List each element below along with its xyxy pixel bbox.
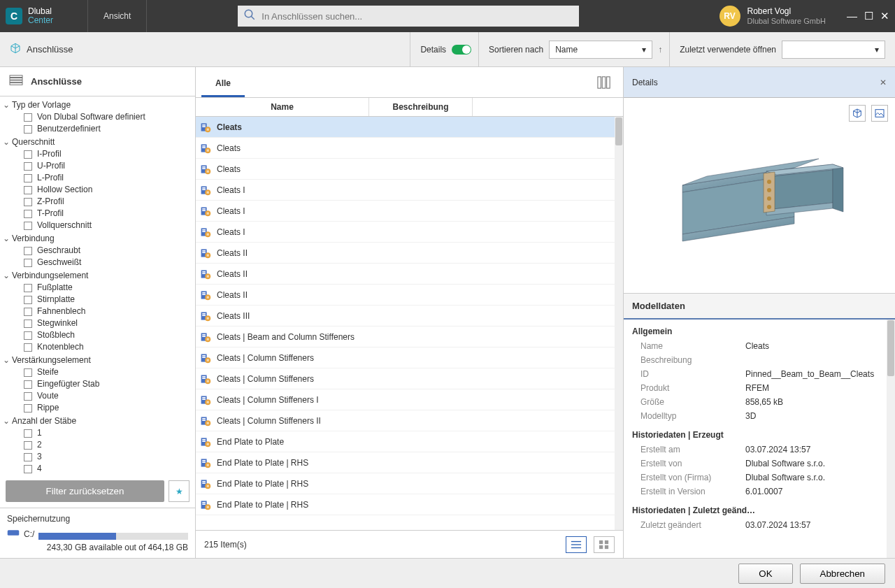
- tree-item[interactable]: Von Dlubal Software definiert: [3, 111, 189, 123]
- tree-item[interactable]: I-Profil: [3, 148, 189, 160]
- table-row[interactable]: Cleats III: [196, 306, 623, 327]
- table-row[interactable]: Cleats II: [196, 285, 623, 306]
- tree-item[interactable]: Benutzerdefiniert: [3, 123, 189, 135]
- checkbox[interactable]: [24, 113, 32, 122]
- tree-item[interactable]: Voute: [3, 390, 189, 402]
- col-name[interactable]: Name: [196, 98, 369, 116]
- table-row[interactable]: Cleats | Column Stiffeners II: [196, 410, 623, 431]
- checkbox[interactable]: [24, 308, 32, 316]
- tree-item[interactable]: Eingefügter Stab: [3, 378, 189, 390]
- table-row[interactable]: Cleats I: [196, 201, 623, 222]
- checkbox[interactable]: [24, 125, 32, 134]
- checkbox[interactable]: [24, 343, 32, 352]
- tree-item[interactable]: 1: [3, 427, 189, 439]
- table-row[interactable]: End Plate to Plate | RHS: [196, 473, 623, 494]
- checkbox[interactable]: [24, 465, 32, 473]
- tree-group-label[interactable]: ⌄Verbindungselement: [3, 270, 189, 282]
- checkbox[interactable]: [24, 162, 32, 171]
- tree-item[interactable]: Fußplatte: [3, 282, 189, 294]
- table-row[interactable]: Cleats II: [196, 243, 623, 264]
- tree-group-label[interactable]: ⌄Verbindung: [3, 233, 189, 245]
- checkbox[interactable]: [24, 320, 32, 328]
- table-row[interactable]: Cleats | Column Stiffeners: [196, 347, 623, 368]
- tree-item[interactable]: Stirnplatte: [3, 294, 189, 306]
- table-row[interactable]: Cleats: [196, 138, 623, 159]
- table-row[interactable]: Cleats I: [196, 222, 623, 243]
- search-input[interactable]: [262, 11, 573, 22]
- recent-select[interactable]: ▾: [782, 41, 885, 59]
- close-details-icon[interactable]: ✕: [880, 78, 887, 87]
- tree-item[interactable]: Stoßblech: [3, 329, 189, 341]
- search-box[interactable]: [238, 6, 579, 27]
- view-3d-button[interactable]: [849, 105, 866, 122]
- checkbox[interactable]: [24, 296, 32, 304]
- table-row[interactable]: End Plate to Plate | RHS: [196, 452, 623, 473]
- checkbox[interactable]: [24, 368, 32, 377]
- maximize-icon[interactable]: ☐: [864, 10, 873, 22]
- tree-group-label[interactable]: ⌄Anzahl der Stäbe: [3, 415, 189, 427]
- checkbox[interactable]: [24, 441, 32, 450]
- item-list[interactable]: CleatsCleatsCleatsCleats ICleats ICleats…: [196, 117, 623, 530]
- checkbox[interactable]: [24, 247, 32, 255]
- tree-item[interactable]: L-Profil: [3, 172, 189, 184]
- tree-group-label[interactable]: ⌄Verstärkungselement: [3, 354, 189, 366]
- tree-group-label[interactable]: ⌄Querschnitt: [3, 136, 189, 148]
- scrollbar[interactable]: [615, 117, 623, 530]
- view-menu[interactable]: Ansicht: [88, 0, 147, 32]
- tree-item[interactable]: Knotenblech: [3, 341, 189, 353]
- checkbox[interactable]: [24, 210, 32, 218]
- user-block[interactable]: RV Robert Vogl Dlubal Software GmbH — ☐ …: [719, 6, 896, 27]
- table-row[interactable]: Cleats | Beam and Column Stiffeners: [196, 327, 623, 347]
- grid-view-button[interactable]: [594, 536, 615, 553]
- checkbox[interactable]: [24, 453, 32, 461]
- sort-direction-icon[interactable]: ↑: [658, 45, 662, 55]
- checkbox[interactable]: [24, 150, 32, 159]
- tab-all[interactable]: Alle: [201, 70, 245, 97]
- table-row[interactable]: Cleats I: [196, 180, 623, 201]
- scrollbar[interactable]: [887, 320, 895, 558]
- checkbox[interactable]: [24, 198, 32, 206]
- tree-item[interactable]: Hollow Section: [3, 184, 189, 196]
- table-row[interactable]: End Plate to Plate | RHS: [196, 494, 623, 515]
- column-config-icon[interactable]: [591, 70, 617, 97]
- checkbox[interactable]: [24, 331, 32, 340]
- tree-item[interactable]: 3: [3, 451, 189, 463]
- tree-item[interactable]: 2: [3, 439, 189, 451]
- col-desc[interactable]: Beschreibung: [369, 98, 473, 116]
- table-row[interactable]: Cleats II: [196, 264, 623, 285]
- table-row[interactable]: End Plate to Plate: [196, 431, 623, 452]
- checkbox[interactable]: [24, 222, 32, 230]
- cancel-button[interactable]: Abbrechen: [800, 564, 885, 584]
- minimize-icon[interactable]: —: [847, 10, 857, 22]
- close-icon[interactable]: ✕: [880, 10, 889, 22]
- table-row[interactable]: Cleats: [196, 117, 623, 138]
- tree-group-label[interactable]: ⌄Typ der Vorlage: [3, 99, 189, 111]
- favorite-button[interactable]: ★: [169, 480, 189, 502]
- tree-item[interactable]: T-Profil: [3, 208, 189, 220]
- tree-item[interactable]: Steife: [3, 366, 189, 378]
- reset-filter-button[interactable]: Filter zurücksetzen: [6, 480, 164, 502]
- checkbox[interactable]: [24, 429, 32, 438]
- tree-item[interactable]: 4: [3, 463, 189, 475]
- tree-item[interactable]: Geschraubt: [3, 245, 189, 257]
- checkbox[interactable]: [24, 404, 32, 413]
- sort-select[interactable]: Name ▾: [549, 41, 652, 59]
- table-row[interactable]: Cleats: [196, 159, 623, 180]
- checkbox[interactable]: [24, 284, 32, 292]
- preview-pane[interactable]: [624, 98, 895, 294]
- checkbox[interactable]: [24, 392, 32, 401]
- table-row[interactable]: Cleats | Column Stiffeners I: [196, 389, 623, 410]
- checkbox[interactable]: [24, 174, 32, 182]
- checkbox[interactable]: [24, 186, 32, 194]
- tree-item[interactable]: Geschweißt: [3, 257, 189, 268]
- checkbox[interactable]: [24, 380, 32, 389]
- tree-item[interactable]: Fahnenblech: [3, 306, 189, 317]
- table-row[interactable]: Cleats | Column Stiffeners: [196, 368, 623, 389]
- list-view-button[interactable]: [566, 536, 587, 553]
- tree-item[interactable]: Stegwinkel: [3, 317, 189, 329]
- details-toggle[interactable]: [452, 45, 471, 55]
- tree-item[interactable]: Rippe: [3, 402, 189, 414]
- tree-item[interactable]: Vollquerschnitt: [3, 220, 189, 231]
- ok-button[interactable]: OK: [738, 564, 792, 584]
- image-button[interactable]: [871, 105, 888, 122]
